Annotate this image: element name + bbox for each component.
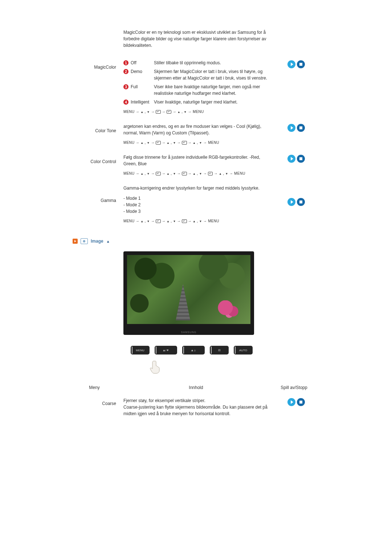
magiccolor-option-demo: 2 Demo Skjermen før MagicColor er tatt i… xyxy=(123,68,269,81)
option-desc: Viser ikke bare livaktige naturlige farg… xyxy=(154,84,269,97)
badge-4-icon: 4 xyxy=(123,100,128,105)
play-square-icon xyxy=(73,239,78,244)
osd-brightness-button[interactable]: ▲☼ xyxy=(182,346,205,355)
label-colortone: Color Tone xyxy=(65,123,123,133)
colortone-desc: argetonen kan endres, og en av fire modu… xyxy=(123,123,269,136)
column-headers: Meny Innhold Spill av/Stopp xyxy=(65,385,327,390)
stop-button[interactable] xyxy=(297,198,305,206)
option-desc: Skjermen før MagicColor er tatt i bruk, … xyxy=(154,68,269,81)
osd-menu-button[interactable]: MENU xyxy=(131,346,150,355)
play-button[interactable] xyxy=(287,198,295,206)
label-colorcontrol: Color Control xyxy=(65,154,123,164)
option-name: Off xyxy=(131,60,154,66)
nav-sequence: MENUMENU xyxy=(123,109,269,114)
badge-3-icon: 3 xyxy=(123,84,128,89)
header-content: Innhold xyxy=(123,385,269,390)
magiccolor-option-full: 3 Full Viser ikke bare livaktige naturli… xyxy=(123,84,269,97)
gamma-mode3: - Mode 3 xyxy=(123,208,269,215)
play-button[interactable] xyxy=(287,155,295,163)
row-gamma: Gamma Gamma-korrigering endrer lysstyrke… xyxy=(65,185,327,224)
monitor-frame: SAMSUNG xyxy=(123,251,254,335)
up-arrow-icon[interactable]: ▲ xyxy=(106,239,110,243)
play-button[interactable] xyxy=(287,398,295,406)
monitor-preview: SAMSUNG MENU ▲/▼ ▲☼ ⊟ AUTO xyxy=(123,251,269,374)
label-magiccolor: MagicColor xyxy=(65,60,123,70)
nav-sequence: MENUMENU xyxy=(123,140,269,145)
magiccolor-option-intelligent: 4 Intelligent Viser livaktige, naturlige… xyxy=(123,99,269,105)
osd-button-row: MENU ▲/▼ ▲☼ ⊟ AUTO xyxy=(131,346,269,355)
section-header-image: ⊕ Image ▲ xyxy=(73,238,327,244)
osd-auto-button[interactable]: AUTO xyxy=(234,346,253,355)
option-name: Intelligent xyxy=(131,99,154,105)
stop-button[interactable] xyxy=(297,155,305,163)
row-coarse: Coarse Fjerner støy, for eksempel vertik… xyxy=(65,397,327,417)
stop-button[interactable] xyxy=(297,398,305,406)
monitor-brand-label: SAMSUNG xyxy=(123,331,254,333)
monitor-screen-image xyxy=(127,255,250,324)
nav-sequence: MENUMENU xyxy=(123,218,269,224)
stop-button[interactable] xyxy=(297,60,305,68)
stop-button[interactable] xyxy=(297,124,305,132)
header-playstop: Spill av/Stopp xyxy=(269,385,319,390)
header-menu: Meny xyxy=(65,385,123,390)
option-desc: Viser livaktige, naturlige farger med kl… xyxy=(154,99,269,105)
row-colorcontrol: Color Control Følg disse trinnene for å … xyxy=(65,154,327,176)
magiccolor-option-off: 1 Off Stiller tilbake til opprinnelig mo… xyxy=(123,60,269,66)
pointing-hand-icon xyxy=(149,360,163,374)
osd-enter-button[interactable]: ⊟ xyxy=(210,346,229,355)
option-name: Full xyxy=(131,84,154,90)
option-name: Demo xyxy=(131,68,154,75)
badge-2-icon: 2 xyxy=(123,69,128,74)
intro-text: MagicColor er en ny teknologi som er eks… xyxy=(123,29,269,49)
play-button[interactable] xyxy=(287,60,295,68)
row-magiccolor: MagicColor 1 Off Stiller tilbake til opp… xyxy=(65,60,327,114)
coarse-desc: Fjerner støy, for eksempel vertikale str… xyxy=(123,397,269,417)
label-coarse: Coarse xyxy=(65,397,123,406)
row-colortone: Color Tone argetonen kan endres, og en a… xyxy=(65,123,327,145)
screen-adjust-icon: ⊕ xyxy=(81,238,88,244)
gamma-mode2: - Mode 2 xyxy=(123,202,269,208)
section-title: Image xyxy=(91,239,103,244)
osd-updown-button[interactable]: ▲/▼ xyxy=(155,346,177,355)
option-desc: Stiller tilbake til opprinnelig modus. xyxy=(154,60,269,66)
nav-sequence: MENUMENU xyxy=(123,171,269,176)
badge-1-icon: 1 xyxy=(123,60,128,65)
gamma-mode1: - Mode 1 xyxy=(123,195,269,202)
label-gamma: Gamma xyxy=(65,185,123,203)
colorcontrol-desc: Følg disse trinnene for å justere indivi… xyxy=(123,154,269,167)
play-button[interactable] xyxy=(287,124,295,132)
gamma-desc: Gamma-korrigering endrer lysstyrken for … xyxy=(123,185,269,191)
